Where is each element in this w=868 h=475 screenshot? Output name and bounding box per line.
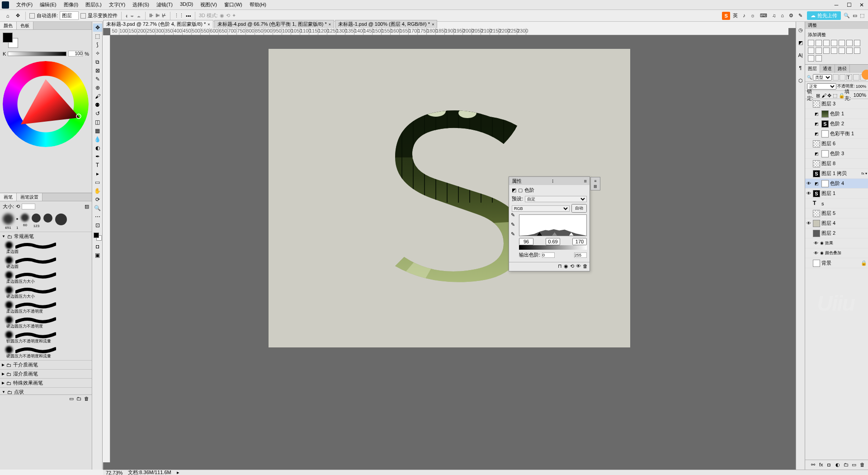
tab-color[interactable]: 颜色 <box>0 22 17 29</box>
bw-icon[interactable] <box>808 48 814 54</box>
menu-item[interactable]: 编辑(E) <box>36 0 60 9</box>
clip-icon[interactable]: ⊓ <box>558 263 562 270</box>
brush-preset-item[interactable] <box>0 241 92 250</box>
white-eyedropper-icon[interactable]: ✎ <box>511 231 515 237</box>
blur-tool[interactable]: 💧 <box>93 135 102 143</box>
layer-mask-thumbnail[interactable] <box>821 180 829 187</box>
healing-tool[interactable]: ⊕ <box>93 84 102 92</box>
zoom-percent[interactable]: 72.73% <box>106 470 123 475</box>
menu-item[interactable]: 3D(D) <box>176 0 197 9</box>
layer-mask-thumbnail[interactable] <box>821 150 829 157</box>
align-icon[interactable]: ⫟ <box>130 13 135 19</box>
brush-group-header[interactable]: ▼🗀点状 <box>0 387 92 394</box>
layer-name[interactable]: 图层 8 <box>821 160 835 167</box>
layer-row[interactable]: 👁图层 4 <box>805 218 868 228</box>
layer-name[interactable]: 图层 6 <box>821 140 835 147</box>
visibility-toggle[interactable]: 👁 <box>806 181 811 186</box>
filter-shape-icon[interactable] <box>853 74 859 81</box>
rotate-view-tool[interactable]: ⟳ <box>93 195 102 204</box>
layer-name[interactable]: 图层 3 <box>821 100 835 107</box>
home-icon[interactable]: ⌂ <box>4 12 12 20</box>
flip-icon[interactable]: ⟲ <box>16 204 20 209</box>
auto-select-mode-dropdown[interactable]: 图层 <box>60 11 79 20</box>
auto-select-checkbox[interactable] <box>29 13 35 19</box>
distribute-icon[interactable]: ⋮⋮ <box>174 13 184 19</box>
history-icon[interactable]: ◷ <box>797 26 804 33</box>
reset-icon[interactable]: ⟲ <box>570 263 574 270</box>
lookup-icon[interactable] <box>831 48 837 54</box>
output-gradient[interactable] <box>519 245 587 250</box>
sogou-icon[interactable]: S <box>722 12 730 20</box>
brush-group-header[interactable]: ▼🗀常规画笔 <box>0 232 92 241</box>
show-transform-checkbox[interactable] <box>80 13 86 19</box>
auto-button[interactable]: 自动 <box>571 204 587 213</box>
gray-eyedropper-icon[interactable]: ✎ <box>511 222 515 228</box>
lock-all-icon[interactable]: 🔒 <box>839 93 843 97</box>
hand-tool[interactable]: ✋ <box>93 187 102 195</box>
frame-tool[interactable]: ⊠ <box>93 66 102 75</box>
shadows-input[interactable] <box>519 238 533 245</box>
gradient-tool[interactable]: ▦ <box>93 127 102 135</box>
layer-name[interactable]: 图层 1 拷贝 <box>821 170 847 177</box>
layer-name[interactable]: 色阶 2 <box>830 120 844 127</box>
marquee-tool[interactable]: ⬚ <box>93 32 102 40</box>
brush-group-header[interactable]: ▶🗀特殊效果画笔 <box>0 378 92 387</box>
tab-brushes[interactable]: 画笔 <box>0 193 17 201</box>
shape-tool[interactable]: ▭ <box>93 178 102 186</box>
tab-brush-settings[interactable]: 画笔设置 <box>17 193 42 201</box>
selective-color-icon[interactable] <box>816 55 822 62</box>
menu-item[interactable]: 窗口(W) <box>221 0 246 9</box>
3d-icon[interactable]: ✦ <box>232 13 236 19</box>
close-tab-icon[interactable]: × <box>432 22 434 27</box>
photo-filter-icon[interactable] <box>816 48 822 54</box>
path-select-tool[interactable]: ▸ <box>93 170 102 178</box>
delete-layer-icon[interactable]: 🗑 <box>860 462 866 468</box>
visibility-toggle[interactable]: 👁 <box>806 191 811 196</box>
dodge-tool[interactable]: ◐ <box>93 144 102 152</box>
more-icon[interactable]: ••• <box>186 13 191 19</box>
tool-colors[interactable] <box>94 233 102 241</box>
quick-mask-toggle[interactable]: ◘ <box>93 242 102 251</box>
layer-fx-icon[interactable]: fx <box>819 462 826 468</box>
k-slider-track[interactable] <box>8 52 66 56</box>
eyedropper-tool[interactable]: ✎ <box>93 75 102 83</box>
zoom-tool[interactable]: 🔍 <box>93 204 102 212</box>
layer-row[interactable]: 图层 3 <box>805 99 868 109</box>
layer-mask-thumbnail[interactable] <box>821 130 829 138</box>
lock-position-icon[interactable]: ✥ <box>827 93 831 97</box>
brush-preset-item[interactable] <box>0 271 92 280</box>
delete-adjustment-icon[interactable]: 🗑 <box>583 263 588 270</box>
new-brush-icon[interactable]: ▭ <box>69 396 74 403</box>
menu-item[interactable]: 图像(I) <box>60 0 82 9</box>
workspace-icon[interactable]: ▭ <box>853 13 857 19</box>
levels-adj-icon[interactable] <box>816 40 822 46</box>
toggle-visibility-icon[interactable]: 👁 <box>576 263 581 270</box>
posterize-icon[interactable] <box>846 48 853 54</box>
magic-wand-tool[interactable]: ✧ <box>93 49 102 57</box>
fx-badge[interactable]: fx ▾ <box>862 171 867 176</box>
layer-effect-row[interactable]: 👁◉ 颜色叠加 <box>805 248 868 258</box>
align-icon[interactable]: ⫠ <box>137 13 142 19</box>
menu-item[interactable]: 图层(L) <box>82 0 105 9</box>
visibility-toggle[interactable] <box>806 121 811 127</box>
panel-collapse-icon[interactable]: ⫶ <box>552 178 554 184</box>
align-icon[interactable]: ⊫ <box>156 13 160 19</box>
new-folder-icon[interactable]: 🗀 <box>76 396 81 403</box>
layer-name[interactable]: 图层 5 <box>821 210 835 217</box>
layer-name[interactable]: 背景 <box>821 260 831 266</box>
menu-item[interactable]: 滤镜(T) <box>153 0 176 9</box>
new-group-icon[interactable]: 🗀 <box>844 462 850 468</box>
histogram[interactable] <box>519 214 587 236</box>
tab-layers[interactable]: 图层 <box>805 65 820 73</box>
edit-toolbar[interactable]: ⊡ <box>93 221 102 229</box>
visibility-toggle[interactable] <box>806 131 811 137</box>
layer-row[interactable]: 图层 8 <box>805 159 868 169</box>
output-high-input[interactable] <box>574 252 587 258</box>
status-arrow-icon[interactable]: ▸ <box>177 470 179 475</box>
minimize-button[interactable]: ─ <box>830 0 843 10</box>
arrange-icon[interactable]: ⬚ <box>860 13 864 19</box>
brush-edit-icon[interactable]: ▨ <box>85 204 89 209</box>
visibility-toggle[interactable] <box>806 231 811 236</box>
menu-item[interactable]: 帮助(H) <box>246 0 270 9</box>
brightness-icon[interactable] <box>808 40 814 46</box>
